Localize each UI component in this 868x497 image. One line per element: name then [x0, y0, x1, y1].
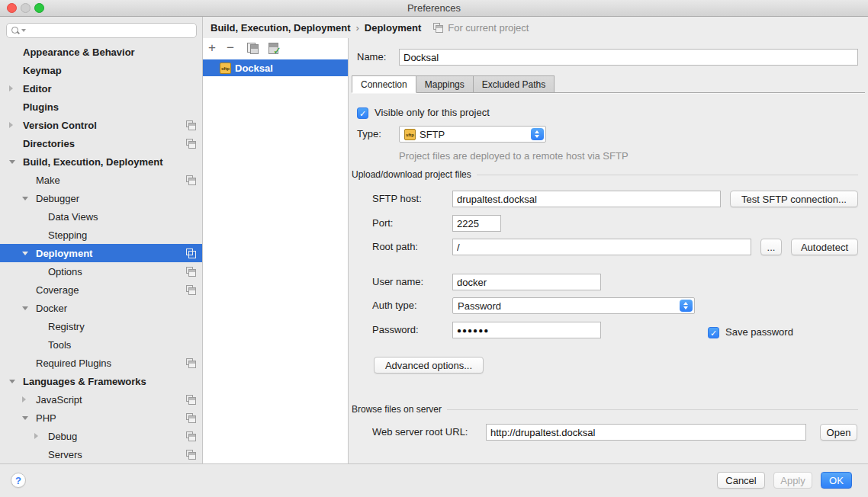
sidebar-item-version-control[interactable]: Version Control: [0, 116, 202, 134]
apply-button[interactable]: Apply: [773, 472, 812, 489]
save-password-checkbox[interactable]: ✓: [708, 327, 719, 338]
per-project-icon: [433, 23, 442, 32]
advanced-options-button[interactable]: Advanced options...: [374, 357, 484, 374]
sidebar-item-directories[interactable]: Directories: [0, 134, 202, 152]
autodetect-button[interactable]: Autodetect: [791, 239, 858, 255]
sidebar-item-required-plugins[interactable]: Required Plugins: [0, 354, 202, 372]
chevron-down-icon[interactable]: [22, 306, 36, 310]
sidebar-item-tools[interactable]: Tools: [0, 335, 202, 354]
visible-only-row: ✓ Visible only for this project: [357, 104, 490, 121]
auth-type-value: Password: [458, 300, 501, 312]
auth-type-label: Auth type:: [372, 297, 417, 314]
sidebar-item-javascript[interactable]: JavaScript: [0, 390, 202, 409]
sidebar-item-coverage[interactable]: Coverage: [0, 281, 202, 299]
port-input[interactable]: [452, 215, 501, 232]
user-name-input[interactable]: [452, 274, 601, 290]
web-root-label: Web server root URL:: [372, 424, 468, 441]
server-list-toolbar: + − ✓: [203, 38, 348, 58]
tab-excluded-paths[interactable]: Excluded Paths: [474, 75, 555, 93]
sidebar-item-debugger[interactable]: Debugger: [0, 189, 202, 207]
ok-button[interactable]: OK: [821, 472, 852, 489]
web-root-input[interactable]: [486, 424, 806, 441]
green-check-icon: ✓: [273, 45, 281, 56]
sidebar-item-stepping[interactable]: Stepping: [0, 226, 202, 244]
search-field[interactable]: [6, 23, 197, 38]
chevron-right-icon[interactable]: [22, 396, 36, 402]
open-button[interactable]: Open: [820, 424, 857, 441]
sidebar-item-plugins[interactable]: Plugins: [0, 98, 202, 116]
tab-connection[interactable]: Connection: [352, 75, 416, 93]
chevron-down-icon[interactable]: [22, 252, 36, 255]
chevron-right-icon[interactable]: [9, 122, 23, 128]
titlebar: Preferences: [0, 0, 868, 17]
chevron-down-icon[interactable]: [9, 380, 23, 383]
search-input[interactable]: [26, 24, 196, 37]
per-project-icon: [186, 120, 195, 130]
per-project-icon: [186, 285, 195, 294]
sftp-host-input[interactable]: [452, 191, 721, 207]
type-select[interactable]: sftp SFTP: [399, 126, 546, 143]
server-list-panel: + − ✓ sftp Docksal: [203, 38, 349, 463]
sidebar-item-options[interactable]: Options: [0, 262, 202, 281]
name-input[interactable]: [399, 49, 858, 66]
per-project-icon: [186, 450, 195, 459]
type-value: SFTP: [420, 129, 445, 140]
name-label: Name:: [357, 49, 386, 66]
sidebar-item-data-views[interactable]: Data Views: [0, 207, 202, 226]
select-stepper-icon: [531, 128, 544, 140]
main-panel: Build, Execution, Deployment › Deploymen…: [203, 17, 868, 463]
sidebar-item-languages-frameworks[interactable]: Languages & Frameworks: [0, 372, 202, 390]
section-divider: [477, 175, 858, 175]
sidebar-item-php[interactable]: PHP: [0, 409, 202, 427]
dialog-buttons: Cancel Apply OK: [717, 472, 852, 489]
auth-type-select[interactable]: Password: [452, 297, 695, 314]
browse-section-header: Browse files on server: [352, 404, 858, 415]
copy-server-button[interactable]: [247, 43, 259, 53]
sftp-file-icon: sftp: [220, 63, 231, 74]
breadcrumb-parent[interactable]: Build, Execution, Deployment: [211, 22, 350, 34]
test-sftp-connection-button[interactable]: Test SFTP connection...: [730, 191, 858, 207]
sidebar-item-docker[interactable]: Docker: [0, 299, 202, 317]
sidebar-item-appearance-behavior[interactable]: Appearance & Behavior: [0, 43, 202, 61]
password-label: Password:: [372, 322, 419, 338]
browse-root-path-button[interactable]: ...: [760, 239, 782, 255]
scope-label: For current project: [448, 22, 529, 34]
add-server-button[interactable]: +: [208, 41, 227, 55]
sidebar-item-servers[interactable]: Servers: [0, 445, 202, 463]
user-name-label: User name:: [372, 274, 423, 290]
sidebar-item-editor[interactable]: Editor: [0, 79, 202, 98]
per-project-icon: [186, 413, 195, 422]
password-input[interactable]: [452, 322, 601, 338]
breadcrumb-separator: ›: [355, 22, 358, 34]
breadcrumb-current: Deployment: [365, 22, 421, 34]
chevron-right-icon[interactable]: [34, 433, 48, 439]
sidebar-item-registry[interactable]: Registry: [0, 317, 202, 335]
chevron-down-icon[interactable]: [22, 197, 36, 200]
per-project-icon: [186, 139, 195, 148]
port-label: Port:: [372, 215, 393, 232]
sidebar-item-deployment[interactable]: Deployment: [0, 244, 202, 262]
sidebar-item-make[interactable]: Make: [0, 171, 202, 189]
chevron-right-icon[interactable]: [9, 85, 23, 91]
save-password-label: Save password: [725, 324, 793, 341]
cancel-button[interactable]: Cancel: [717, 472, 765, 489]
section-divider: [447, 409, 858, 410]
save-password-row: ✓ Save password: [708, 324, 793, 341]
chevron-down-icon[interactable]: [22, 416, 36, 420]
sidebar-item-debug[interactable]: Debug: [0, 427, 202, 445]
tab-mappings[interactable]: Mappings: [416, 75, 474, 93]
root-path-input[interactable]: [452, 239, 751, 255]
use-as-default-button[interactable]: ✓: [268, 43, 280, 54]
sidebar-item-build-execution-deployment[interactable]: Build, Execution, Deployment: [0, 152, 202, 171]
server-name: Docksal: [235, 63, 273, 74]
per-project-icon: [186, 267, 195, 276]
tabbar: Connection Mappings Excluded Paths: [352, 75, 555, 93]
visible-only-checkbox[interactable]: ✓: [357, 107, 368, 119]
server-list-item-docksal[interactable]: sftp Docksal: [203, 59, 348, 76]
remove-server-button[interactable]: −: [227, 41, 245, 55]
sidebar-item-keymap[interactable]: Keymap: [0, 61, 202, 79]
per-project-icon: [186, 431, 195, 441]
window-title: Preferences: [0, 2, 868, 14]
chevron-down-icon[interactable]: [9, 160, 23, 164]
help-button[interactable]: ?: [11, 473, 26, 488]
